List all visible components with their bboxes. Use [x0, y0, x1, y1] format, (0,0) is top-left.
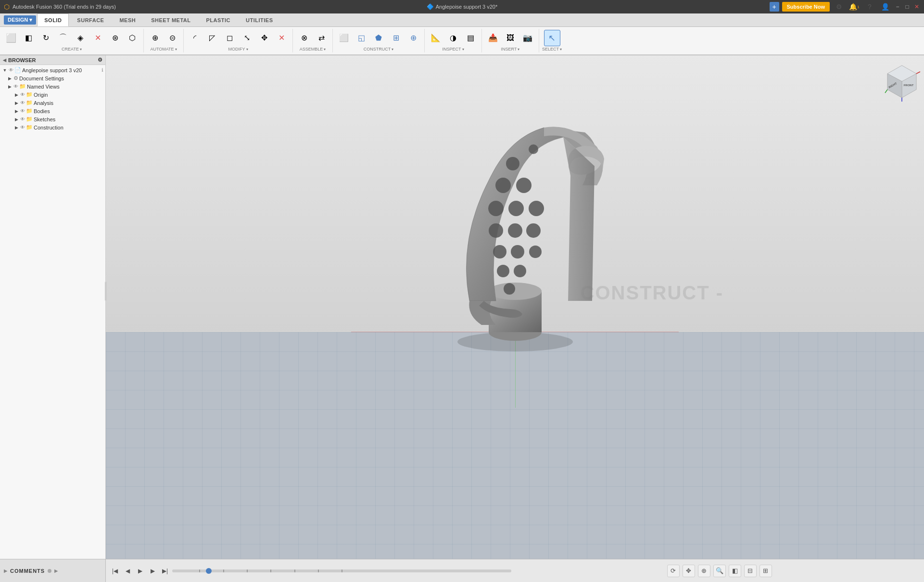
- section-icon: ◑: [450, 33, 456, 42]
- add-tab-button[interactable]: +: [770, 2, 779, 12]
- fillet-icon: ◜: [193, 33, 196, 42]
- timeline-play-button[interactable]: ▶: [135, 566, 145, 576]
- chamfer-button[interactable]: ◸: [204, 30, 220, 46]
- maximize-button[interactable]: □: [904, 3, 911, 10]
- zebra-button[interactable]: ▤: [462, 30, 479, 46]
- motion-link-button[interactable]: ⇄: [313, 30, 329, 46]
- tab-solid[interactable]: SOLID: [37, 13, 69, 26]
- fillet-button[interactable]: ◜: [187, 30, 203, 46]
- scale-button[interactable]: ⤡: [239, 30, 255, 46]
- axis-button[interactable]: ⊕: [405, 30, 421, 46]
- tree-item-sketches[interactable]: ▶ 👁 📁 Sketches: [0, 115, 105, 123]
- timeline-step-next-button[interactable]: ▶: [147, 566, 158, 576]
- browser-header: ◀ BROWSER ⚙: [0, 55, 105, 65]
- inspect-arrow-icon: ▾: [462, 47, 464, 52]
- title-bar-right: + Subscribe Now ⚙ 🔔1 ? 👤 − □ ✕: [770, 0, 920, 13]
- viewport[interactable]: CONSTRUCT -: [106, 55, 924, 559]
- account-button[interactable]: 👤: [879, 0, 891, 13]
- orbit-button[interactable]: ⟳: [667, 565, 680, 577]
- joint-icon: ⊗: [301, 33, 307, 42]
- move-button[interactable]: ✥: [256, 30, 272, 46]
- bodies-folder-icon: 📁: [26, 108, 33, 114]
- insert-derive-button[interactable]: 📥: [485, 30, 501, 46]
- help-button[interactable]: ?: [863, 0, 876, 13]
- tree-item-root-label: Anglepoise support 3 v20: [22, 67, 101, 73]
- panel-resize-handle[interactable]: [105, 282, 107, 301]
- extrude-button[interactable]: ◧: [20, 30, 37, 46]
- measure-button[interactable]: 📐: [428, 30, 444, 46]
- timeline-track[interactable]: [172, 569, 511, 572]
- bottom-bar: ▶ COMMENTS ▶ |◀ ◀ ▶ ▶ ▶| ⟳ ✥ ⊕ 🔍 ◧ ⊟: [0, 559, 924, 582]
- browser-collapse-icon[interactable]: ◀: [3, 58, 6, 63]
- origin-folder-icon: 📁: [26, 91, 33, 98]
- move-icon: ✥: [261, 33, 267, 42]
- timeline-start-button[interactable]: |◀: [110, 566, 120, 576]
- sweep-button[interactable]: ⌒: [55, 30, 71, 46]
- angle-plane-icon: ◱: [358, 33, 365, 42]
- offset-plane-button[interactable]: ⬜: [336, 30, 352, 46]
- section-button[interactable]: ◑: [445, 30, 461, 46]
- mirror-button[interactable]: ✕: [89, 30, 106, 46]
- browser-settings-icon[interactable]: ⚙: [98, 57, 102, 63]
- display-mode-button[interactable]: ◧: [729, 565, 741, 577]
- tree-item-doc-settings[interactable]: ▶ ⚙ Document Settings: [0, 74, 105, 82]
- tab-bar: DESIGN ▾ SOLID SURFACE MESH SHEET METAL …: [0, 13, 924, 27]
- create-form-button[interactable]: ⬡: [124, 30, 140, 46]
- comments-expand-icon[interactable]: ▶: [54, 569, 58, 573]
- automate2-button[interactable]: ⊝: [164, 30, 180, 46]
- minimize-button[interactable]: −: [894, 3, 901, 10]
- shell-button[interactable]: ◻: [221, 30, 238, 46]
- toolbar-area: DESIGN ▾ SOLID SURFACE MESH SHEET METAL …: [0, 13, 924, 55]
- comments-toggle-icon[interactable]: ▶: [4, 569, 7, 573]
- timeline-thumb[interactable]: [206, 568, 212, 574]
- automate-button[interactable]: ⊕: [147, 30, 163, 46]
- zoom-window-button[interactable]: 🔍: [713, 565, 726, 577]
- insert-canvas-button[interactable]: 🖼: [502, 30, 519, 46]
- tree-item-bodies[interactable]: ▶ 👁 📁 Bodies: [0, 107, 105, 115]
- joint-button[interactable]: ⊗: [296, 30, 312, 46]
- offset-plane-icon: ⬜: [339, 33, 349, 42]
- visual-style-button[interactable]: ⊟: [744, 565, 757, 577]
- analysis-eye-icon: 👁: [20, 100, 25, 105]
- automate-label: AUTOMATE ▾: [150, 47, 177, 52]
- grid-button[interactable]: ⊞: [759, 565, 772, 577]
- timeline-step-prev-button[interactable]: ◀: [122, 566, 133, 576]
- view-cube[interactable]: FRONT RIGHT: [883, 63, 916, 97]
- tab-sheet-metal[interactable]: SHEET METAL: [144, 13, 198, 26]
- svg-point-8: [488, 201, 504, 216]
- tab-plastic[interactable]: PLASTIC: [199, 13, 238, 26]
- tab-utilities[interactable]: UTILITIES: [239, 13, 280, 26]
- delete-button[interactable]: ✕: [273, 30, 290, 46]
- revolve-button[interactable]: ↻: [38, 30, 54, 46]
- tree-item-construction[interactable]: ▶ 👁 📁 Construction: [0, 123, 105, 131]
- svg-text:FRONT: FRONT: [904, 84, 914, 87]
- tab-mesh[interactable]: MESH: [112, 13, 143, 26]
- notification-badge[interactable]: 🔔1: [848, 0, 861, 13]
- tree-item-origin[interactable]: ▶ 👁 📁 Origin: [0, 91, 105, 99]
- loft-button[interactable]: ◈: [72, 30, 89, 46]
- midplane-button[interactable]: ⊞: [388, 30, 404, 46]
- new-component-button[interactable]: ⬜: [3, 30, 19, 46]
- design-dropdown[interactable]: DESIGN ▾: [4, 15, 36, 25]
- tree-item-root[interactable]: ▼ 👁 📄 Anglepoise support 3 v20 ℹ: [0, 66, 105, 74]
- timeline-end-button[interactable]: ▶|: [160, 566, 170, 576]
- zoom-fit-button[interactable]: ⊕: [698, 565, 710, 577]
- subscribe-button[interactable]: Subscribe Now: [782, 2, 830, 12]
- close-button[interactable]: ✕: [913, 3, 920, 10]
- select-label: SELECT ▾: [542, 47, 562, 52]
- tree-item-named-views[interactable]: ▶ 👁 📁 Named Views: [0, 82, 105, 91]
- select-button[interactable]: ↖: [544, 30, 560, 46]
- pattern-button[interactable]: ⊛: [107, 30, 123, 46]
- tree-item-analysis[interactable]: ▶ 👁 📁 Analysis: [0, 99, 105, 107]
- settings-icon[interactable]: ⚙: [833, 0, 845, 13]
- angle-plane-button[interactable]: ◱: [353, 30, 369, 46]
- assemble-tools: ⊗ ⇄: [296, 29, 329, 47]
- browser-header-left: ◀ BROWSER: [3, 57, 36, 63]
- tree-item-sketches-label: Sketches: [34, 116, 103, 122]
- tangent-plane-button[interactable]: ⬟: [370, 30, 387, 46]
- title-bar: ⬡ Autodesk Fusion 360 (Trial ends in 29 …: [0, 0, 924, 13]
- bodies-arrow-icon: ▶: [13, 108, 19, 114]
- pan-button[interactable]: ✥: [683, 565, 695, 577]
- insert-screenshot-button[interactable]: 📷: [519, 30, 536, 46]
- tab-surface[interactable]: SURFACE: [70, 13, 111, 26]
